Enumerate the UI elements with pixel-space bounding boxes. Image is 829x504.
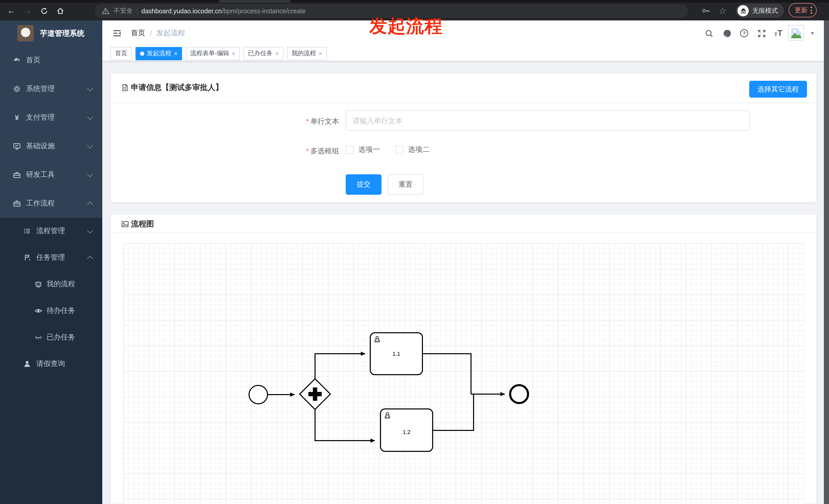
checkbox-icon[interactable] (346, 146, 354, 154)
bpmn-user-task-1-2: 1.2 (381, 409, 433, 451)
close-icon[interactable]: × (174, 50, 177, 56)
active-tab-dot (140, 51, 144, 55)
breadcrumb-home[interactable]: 首页 (131, 29, 145, 38)
sidebar-item-payment[interactable]: ¥ 支付管理 (0, 103, 102, 132)
avatar-caret-icon[interactable]: ▼ (810, 31, 815, 36)
card-header-divider (111, 232, 816, 233)
apply-info-title: 申请信息【测试多审批人】 (131, 83, 223, 92)
user-avatar[interactable] (788, 25, 804, 41)
close-icon[interactable]: × (232, 50, 235, 56)
sidebar-item-done-tasks[interactable]: 已办任务 (0, 324, 102, 351)
tab-home[interactable]: 首页 (110, 47, 132, 60)
flow-gateway-to-task-1-2 (315, 410, 375, 440)
briefcase-icon (13, 199, 21, 207)
monitor-icon (13, 142, 21, 150)
bpmn-canvas[interactable]: 1.1 1.2 (123, 243, 805, 504)
sidebar-item-my-process[interactable]: 我的流程 (0, 271, 102, 298)
sidebar-collapse-button[interactable] (112, 29, 122, 38)
person-icon (23, 360, 31, 368)
sidebar-item-leave-query[interactable]: 请假查询 (0, 351, 102, 377)
reload-icon (40, 7, 48, 14)
breadcrumb: 首页 / 发起流程 (131, 21, 185, 46)
eye-icon (34, 307, 42, 315)
sidebar-item-devtools[interactable]: 研发工具 (0, 160, 102, 189)
task-label: 1.1 (393, 351, 400, 357)
browser-home-button[interactable] (54, 5, 67, 17)
forward-icon: → (24, 6, 32, 15)
checkbox-option-1[interactable]: 选项一 (346, 145, 380, 154)
app-title: 芋道管理系统 (40, 28, 84, 38)
diagram-title-row: 流程图 (121, 219, 154, 229)
broken-image-icon (790, 27, 802, 39)
browser-reload-button[interactable] (38, 5, 50, 17)
star-icon: ☆ (719, 5, 727, 16)
app-logo (17, 25, 34, 41)
security-label: 不安全 (113, 7, 133, 15)
tab-done-tasks[interactable]: 已办任务× (244, 47, 283, 60)
incognito-icon (737, 5, 749, 16)
header-fontsize-button[interactable]: TT (774, 29, 783, 38)
apply-info-card: 申请信息【测试多审批人】 选择其它流程 *单行文本 *多选框组 选项一 选项二 … (110, 73, 817, 202)
sidebar-item-infrastructure[interactable]: 基础设施 (0, 132, 102, 160)
checkbox-icon[interactable] (395, 146, 403, 154)
browser-active-tab-edge (219, 0, 290, 3)
checkbox-option-2[interactable]: 选项二 (395, 145, 430, 154)
sidebar-item-system[interactable]: 系统管理 (0, 75, 102, 103)
url-separator (137, 7, 137, 15)
header-help-button[interactable]: ? (740, 29, 749, 38)
tab-form-edit[interactable]: 流程表单-编辑× (186, 47, 240, 60)
face-icon (34, 280, 42, 288)
bpmn-user-task-1-1: 1.1 (370, 333, 423, 375)
app-header: 首页 / 发起流程 ? TT ▼ (102, 21, 824, 46)
task-label: 1.2 (403, 429, 411, 435)
browser-update-button[interactable]: 更新 (789, 3, 817, 17)
dashboard-icon (13, 56, 21, 65)
close-icon[interactable]: × (275, 50, 279, 56)
svg-text:?: ? (743, 30, 746, 36)
submit-button[interactable]: 提交 (346, 174, 382, 195)
header-fullscreen-button[interactable] (757, 29, 766, 38)
sidebar-logo-row[interactable]: 芋道管理系统 (0, 21, 102, 46)
question-icon: ? (740, 29, 749, 38)
sidebar-item-task-management[interactable]: 任务管理 (0, 244, 102, 271)
tab-my-process[interactable]: 我的流程× (287, 47, 327, 60)
hamburger-collapse-icon (112, 29, 122, 38)
chevron-down-icon (87, 143, 93, 149)
sidebar-item-workflow[interactable]: 工作流程 (0, 189, 102, 218)
sidebar-item-process-management[interactable]: 流程管理 (0, 218, 102, 244)
chevron-up-icon (87, 201, 93, 207)
header-github-button[interactable] (723, 29, 732, 38)
document-icon (121, 84, 129, 91)
sidebar-item-home[interactable]: 首页 (0, 46, 102, 75)
close-icon[interactable]: × (319, 50, 322, 56)
process-diagram-card: 流程图 (110, 214, 817, 504)
single-line-text-input[interactable] (346, 110, 750, 131)
breadcrumb-separator: / (150, 29, 152, 37)
search-icon (705, 29, 713, 38)
browser-forward-button[interactable]: → (22, 5, 34, 17)
bpmn-diagram: 1.1 1.2 (123, 243, 805, 504)
browser-back-button[interactable]: ← (5, 5, 17, 17)
checkbox-group-label: *多选框组 (278, 147, 339, 156)
update-label: 更新 (795, 6, 807, 14)
flag-icon (23, 254, 31, 262)
required-asterisk: * (306, 117, 309, 125)
tab-create-process[interactable]: 发起流程× (136, 47, 182, 60)
annotation-text: 发起流程 (369, 14, 443, 38)
browser-bookmark-button[interactable]: ☆ (717, 5, 729, 17)
menu-dots-icon[interactable] (810, 7, 812, 14)
url-text: dashboard.yudao.iocoder.cn/bpm/process-i… (141, 7, 305, 14)
url-domain: dashboard.yudao.iocoder.cn (141, 7, 222, 14)
scrollbar[interactable] (824, 21, 829, 504)
tags-view-bar: 首页 发起流程× 流程表单-编辑× 已办任务× 我的流程× (102, 46, 824, 61)
select-other-process-button[interactable]: 选择其它流程 (749, 81, 807, 98)
sidebar-submenu-workflow: 流程管理 任务管理 我的流程 待办任务 已办任务 请假 (0, 218, 102, 504)
list-icon (23, 227, 31, 235)
reset-button[interactable]: 重置 (388, 174, 424, 195)
required-asterisk: * (306, 147, 309, 155)
header-search-button[interactable] (704, 29, 713, 38)
key-icon (702, 7, 710, 15)
sidebar-item-todo-tasks[interactable]: 待办任务 (0, 298, 102, 324)
fullscreen-icon (757, 29, 766, 38)
browser-key-button[interactable] (699, 5, 712, 17)
